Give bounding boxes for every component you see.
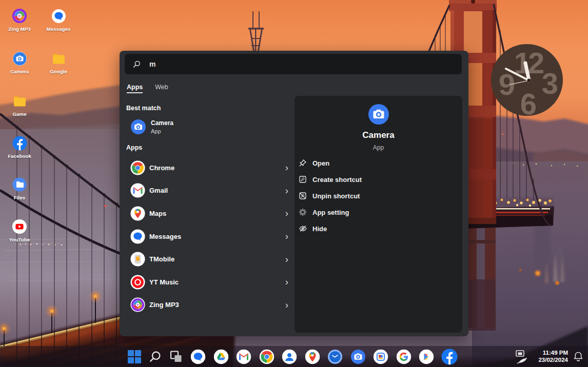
svg-text:3: 3 — [542, 67, 558, 100]
svg-text:6: 6 — [520, 87, 537, 117]
